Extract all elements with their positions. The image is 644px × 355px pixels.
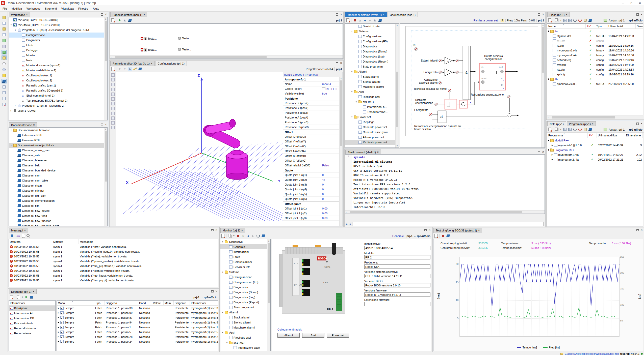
documentation-icon[interactable] [2, 79, 7, 83]
tree-item[interactable]: Trasduttore/Att... [345, 109, 395, 114]
close-panel-icon[interactable]: ✕ [340, 62, 342, 65]
property-row[interactable]: Quota joint 1 (qj1)0 [283, 173, 339, 178]
column-header[interactable]: Modo∨ [57, 301, 94, 306]
column-header[interactable]: Messaggio [79, 239, 215, 244]
breakpoint-row[interactable]: ▸SempreFetchProcesso 1, passo 28NessunaP… [57, 334, 218, 339]
property-row[interactable]: Nomerobot-4 [283, 82, 339, 86]
dropdown-icon[interactable] [233, 234, 235, 238]
tree-item[interactable]: ▾Documentazione firmware [9, 128, 104, 133]
build-all-icon[interactable] [563, 18, 567, 22]
light-toggle-icon[interactable] [111, 121, 115, 125]
tree-item[interactable]: Allarmi power set [345, 135, 395, 140]
menu-modifica[interactable]: Modifica [9, 6, 24, 11]
console-hscroll[interactable]: ‹ [345, 210, 545, 214]
table-row[interactable]: xpl.cfg✓config11/02/2021 14:29:16 [547, 72, 643, 77]
property-row[interactable]: Quota joint 6 (qj6)0 [283, 197, 339, 201]
tree-item[interactable]: ▾Allarmi [345, 69, 395, 74]
property-group[interactable]: Offset quote [283, 201, 339, 206]
viewport-3d[interactable]: X Y Z [116, 72, 282, 226]
property-group[interactable]: Offset [283, 130, 339, 134]
stop-icon[interactable] [441, 234, 445, 238]
workspace-vscroll[interactable]: ∧ [104, 17, 107, 120]
table-row[interactable]: cfgsave.dat✓file DAT19/04/2021 14:23:33 [547, 34, 643, 38]
message-row[interactable]: 10/03/2022 10:36:58sysm-1Variabile (?.co… [9, 249, 218, 254]
tree-item[interactable]: Generale asse (pow... [345, 130, 395, 135]
tree-item[interactable]: Diagnostica (Dump) [220, 290, 267, 295]
tree-item[interactable]: Servizi di rete [345, 24, 395, 29]
table-row[interactable]: ▾/fb✓ [547, 77, 643, 81]
tree-item[interactable]: Maschere allarmi [345, 84, 395, 89]
select-tool-icon[interactable] [111, 73, 115, 77]
column-header[interactable]: Dimensione [636, 24, 643, 29]
debugger-info-item[interactable]: Informazioni OB [9, 316, 55, 321]
edit-icon[interactable] [133, 67, 137, 71]
tab-configurazione[interactable]: Configurazione (prj-1) [156, 61, 187, 66]
view-front-icon[interactable] [111, 97, 115, 101]
table-row[interactable]: fb.cfg✓config11/02/2021 14:29:16 [547, 43, 643, 48]
diagram-vscroll[interactable]: ∧ [541, 24, 545, 147]
output-folder-label[interactable]: /output [609, 19, 617, 22]
tree-item[interactable]: Diagnostica [220, 285, 267, 290]
lamp-widget[interactable]: Testo... [178, 48, 191, 51]
property-row[interactable]: Posizione X (posX) [283, 101, 339, 106]
forward-icon[interactable] [251, 234, 255, 238]
property-row[interactable]: Offset X (offsetX) [283, 134, 339, 139]
tree-item[interactable]: Storico allarmi [345, 79, 395, 84]
tree-item[interactable]: Shell comandi (shell-1) [9, 93, 104, 98]
tree-item[interactable]: ▾Documentazione object block [9, 143, 104, 148]
run-icon[interactable] [118, 18, 122, 22]
tab-monitor[interactable]: Monitor (prj-1)× [220, 228, 245, 233]
refresh-icon[interactable] [256, 234, 260, 238]
tree-item[interactable]: ▾Sistema [220, 270, 267, 275]
view-side-icon[interactable] [111, 102, 115, 105]
quicklink-allarmi-button[interactable]: Allarmi [277, 333, 300, 338]
tree-item[interactable]: Pannello grafico (pan-1) [9, 83, 104, 88]
menu-aiuto[interactable]: Aiuto [91, 6, 101, 11]
tree-item[interactable]: Oscilloscopio (osc-2) [9, 78, 104, 83]
minimize-button[interactable]: ─ [619, 0, 627, 6]
sync-icon[interactable] [573, 127, 577, 132]
field-value[interactable]: Robox RTE versione 34.27.3 [364, 292, 430, 297]
tree-item[interactable]: ▾Progetto RTE (prj-1) - Deescrizione del… [9, 27, 104, 33]
message-row[interactable]: 10/03/2022 10:36:58sysm-1Variabile (?.tm… [9, 263, 218, 268]
tab-debugger[interactable]: Debugger (prj-1)× [9, 289, 37, 294]
properties-icon[interactable] [548, 18, 552, 22]
column-header[interactable]: Sorgente [174, 301, 190, 306]
table-row[interactable]: ▾Moduli R++ [547, 138, 643, 143]
table-row[interactable]: ▸myprogram2.r4a✓09/02/2022 17:21:21102 [547, 157, 643, 162]
tree-item[interactable]: Diagnostica (Report) [220, 300, 267, 305]
column-header[interactable]: Valore [152, 301, 164, 306]
float-panel-icon[interactable] [211, 229, 214, 231]
breakpoint-row[interactable]: ▸SempreFetchProcesso 1, passo 30NessunaP… [57, 306, 218, 310]
view-iso-icon[interactable] [111, 107, 115, 110]
menu-workspace[interactable]: Workspace [24, 6, 43, 11]
property-row[interactable]: Colore (color)#FFFFFF [283, 86, 339, 91]
table-row[interactable]: ▸myprogram1.r4a✓19/04/2021 14:50:272.22 [547, 152, 643, 157]
close-panel-icon[interactable]: ✕ [640, 228, 643, 232]
close-panel-icon[interactable]: ✕ [105, 13, 107, 16]
tree-item[interactable]: ▾Assi [220, 330, 267, 335]
tree-item[interactable]: ▾Allarmi [220, 310, 267, 315]
properties-icon[interactable] [9, 295, 13, 299]
properties-icon[interactable] [548, 127, 552, 132]
tree-item[interactable]: Comunicazioni [220, 259, 267, 264]
tree-item[interactable]: ▾Sistema [345, 29, 395, 34]
field-value[interactable]: Robox SpA [364, 264, 430, 269]
help-badge[interactable]: ? [501, 19, 504, 22]
save-icon[interactable] [2, 32, 7, 37]
tree-item[interactable]: Classe rc_cam_table [9, 178, 104, 183]
tree-item[interactable]: Classe rc_chain [9, 183, 104, 188]
property-row[interactable]: Offset joint 1 (oj1)0.00 [283, 206, 339, 211]
message-row[interactable]: 10/03/2022 10:36:58sysm-1Variabile (?.st… [9, 268, 218, 273]
tree-item[interactable]: Pannello grafico 3D (pan3d-1) [9, 88, 104, 93]
components-icon[interactable] [2, 50, 7, 54]
dropdown-icon[interactable] [21, 295, 23, 299]
sync-icon[interactable] [573, 18, 577, 22]
debugger-info-item[interactable]: Report utente [9, 331, 55, 336]
field-value[interactable]: AS1018.002-A062754 [364, 246, 430, 250]
green-folder-icon[interactable] [2, 38, 7, 43]
zoom-tool-icon[interactable] [111, 88, 115, 91]
tree-item[interactable]: Informazioni base [220, 345, 267, 350]
column-header[interactable]: Informazioni [190, 301, 218, 306]
table-row[interactable]: ▸mymodule1@1.0.0....✓02/02/2022 14:40:34… [547, 143, 643, 147]
